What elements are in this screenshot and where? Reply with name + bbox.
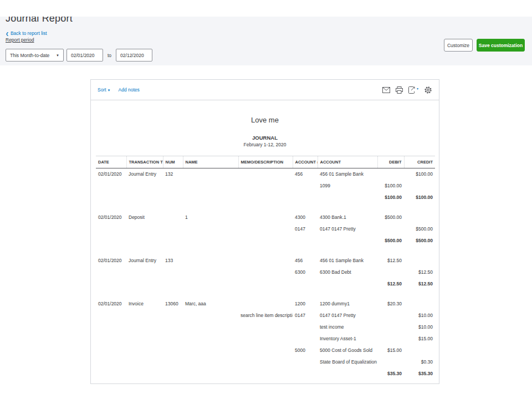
save-customization-button[interactable]: Save customization: [477, 39, 525, 52]
report-card: Sort▼ Add notes ▼ Love me JOURNAL Februa…: [90, 79, 439, 384]
back-to-report-list-link[interactable]: ❮Back to report list: [6, 30, 47, 36]
to-label: to: [108, 53, 111, 58]
cell: [96, 333, 126, 345]
cell: [404, 345, 435, 356]
journal-table: DATETRANSACTION TYPENUMNAMEMEMO/DESCRIPT…: [96, 156, 435, 380]
spacer-row: [96, 247, 435, 255]
cell: [163, 180, 183, 192]
cell: [126, 333, 163, 345]
cell: $12.50: [404, 278, 435, 290]
column-header: NAME: [183, 156, 238, 168]
report-title: JOURNAL: [91, 134, 439, 141]
table-row: 50005000 Cost of Goods Sold$15.00: [96, 345, 435, 356]
settings-gear-icon[interactable]: [424, 86, 432, 94]
cell: $100.00: [377, 192, 404, 203]
cell: [404, 298, 435, 310]
column-header: ACCOUNT: [318, 156, 377, 168]
cell: [377, 356, 404, 368]
cell: [126, 180, 163, 192]
cell: 5000 Cost of Goods Sold: [318, 345, 377, 356]
cell: [183, 180, 238, 192]
cell: [318, 235, 377, 247]
cell: [293, 235, 318, 247]
cell: [238, 192, 293, 203]
cell: [318, 368, 377, 380]
cell: [126, 345, 163, 356]
cell: [293, 278, 318, 290]
cell: [293, 333, 318, 345]
cell: [238, 321, 293, 333]
cell: [377, 321, 404, 333]
table-row: 1099$100.00: [96, 180, 435, 192]
cell: Invoice: [126, 298, 163, 310]
cell: $500.00: [404, 235, 435, 247]
cell: [238, 223, 293, 235]
table-row: 02/01/2020Invoice13060Marc, aaa12001200 …: [96, 298, 435, 310]
cell: [126, 278, 163, 290]
cell: 456: [293, 168, 318, 180]
cell: [238, 278, 293, 290]
cell: [183, 223, 238, 235]
cell: 6300: [293, 267, 318, 278]
group-total-row: $35.30$35.30: [96, 368, 435, 380]
spacer-row: [96, 290, 435, 298]
spacer-row: [96, 203, 435, 212]
cell: [238, 255, 293, 267]
journal-table-header-row: DATETRANSACTION TYPENUMNAMEMEMO/DESCRIPT…: [96, 156, 435, 168]
table-row: State Board of Equalization P...$0.30: [96, 356, 435, 368]
cell: $100.00: [377, 180, 404, 192]
cell: [377, 333, 404, 345]
cell: [377, 267, 404, 278]
report-period-select[interactable]: This Month-to-date ▼: [6, 49, 64, 62]
cell: [183, 235, 238, 247]
cell: [183, 255, 238, 267]
table-row: 02/01/2020Journal Entry132456456 01 Samp…: [96, 168, 435, 180]
customize-button[interactable]: Customize: [444, 39, 473, 52]
group-total-row: $100.00$100.00: [96, 192, 435, 203]
cell: 02/01/2020: [96, 255, 126, 267]
spacer-cell: [96, 203, 435, 212]
cell: [183, 168, 238, 180]
cell: $100.00: [404, 168, 435, 180]
cell: [126, 192, 163, 203]
cell: $35.30: [404, 368, 435, 380]
column-header: DATE: [96, 156, 126, 168]
cell: [238, 356, 293, 368]
cell: [293, 192, 318, 203]
email-icon[interactable]: [382, 86, 390, 94]
table-row: Inventory Asset-1$15.00: [96, 333, 435, 345]
cell: [238, 333, 293, 345]
column-header: ACCOUNT #: [293, 156, 318, 168]
table-row: 63006300 Bad Debt$12.50: [96, 267, 435, 278]
cell: [183, 192, 238, 203]
export-dropdown-caret-icon[interactable]: ▼: [416, 87, 419, 90]
cell: $500.00: [377, 235, 404, 247]
cell: [126, 321, 163, 333]
cell: [126, 310, 163, 321]
cell: [318, 192, 377, 203]
cell: 5000: [293, 345, 318, 356]
cell: 02/01/2020: [96, 212, 126, 223]
cell: [96, 223, 126, 235]
export-icon[interactable]: ▼: [408, 86, 419, 94]
table-row: 01470147 0147 Pretty$500.00: [96, 223, 435, 235]
group-total-row: $500.00$500.00: [96, 235, 435, 247]
cell: 0147: [293, 223, 318, 235]
cell: [183, 278, 238, 290]
cell: [163, 321, 183, 333]
cell: 4300: [293, 212, 318, 223]
sort-button[interactable]: Sort▼: [98, 87, 111, 93]
date-from-input[interactable]: [66, 49, 103, 62]
column-header: TRANSACTION TYPE: [126, 156, 163, 168]
cell: 0147 0147 Pretty: [318, 223, 377, 235]
cell: [163, 192, 183, 203]
cell: search line item description: [238, 310, 293, 321]
add-notes-button[interactable]: Add notes: [119, 87, 140, 93]
cell: $12.50: [377, 278, 404, 290]
print-icon[interactable]: [395, 86, 403, 94]
cell: [96, 278, 126, 290]
cell: [163, 267, 183, 278]
date-to-input[interactable]: [116, 49, 152, 62]
cell: [96, 321, 126, 333]
cell: $0.30: [404, 356, 435, 368]
